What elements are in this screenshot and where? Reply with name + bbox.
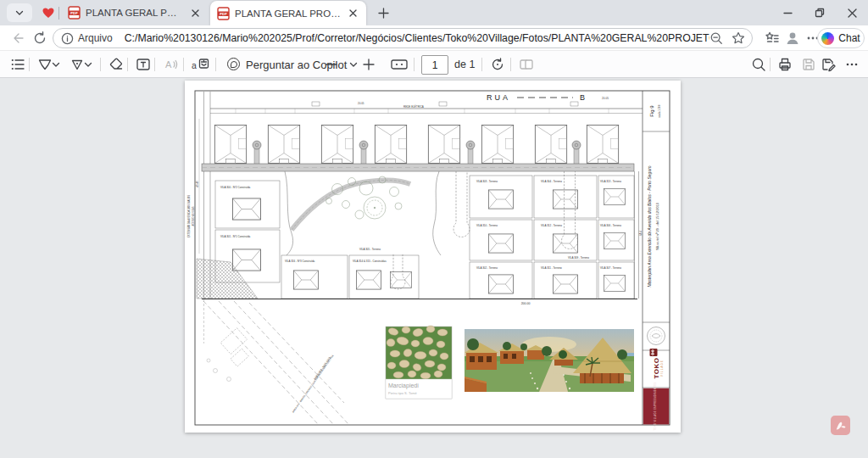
svg-text:PDF: PDF <box>70 11 78 15</box>
tab-search-button[interactable] <box>7 3 32 22</box>
street-title: RUA B 20.05 <box>487 93 609 102</box>
svg-text:VILLAGE: VILLAGE <box>660 360 664 377</box>
pdf-file-icon: PDF <box>68 6 81 20</box>
rotate-icon[interactable] <box>490 57 505 72</box>
site-plan-drawing: RUA B 20.05 REDE ELÉTRICA 20.05 <box>185 81 681 433</box>
svg-text:200.00: 200.00 <box>521 302 531 305</box>
svg-text:ÁREA Nº1 - BRASIL GROUND COM E: ÁREA Nº1 - BRASIL GROUND COM EMPREENDIME… <box>292 354 335 413</box>
svg-text:49.49: 49.49 <box>196 181 199 187</box>
main-road <box>202 164 634 171</box>
pinned-tab[interactable] <box>37 3 59 23</box>
copilot-logo-icon <box>227 58 240 70</box>
tab-close-icon[interactable] <box>188 6 202 20</box>
svg-text:VILA 312 - Terreno: VILA 312 - Terreno <box>541 224 562 227</box>
svg-text:20.05: 20.05 <box>358 102 364 105</box>
copilot-dropdown-icon[interactable] <box>349 57 358 72</box>
fit-to-width-icon[interactable] <box>390 57 409 72</box>
highlighter-icon[interactable] <box>37 57 53 72</box>
svg-text:VILA 303 - Terreno: VILA 303 - Terreno <box>476 180 498 183</box>
heart-favicon-icon <box>42 8 54 19</box>
title-block: Fig 9 scala 1:500 Masterplan Area Extens… <box>643 104 669 431</box>
copilot-chat-button[interactable]: Chat <box>817 28 865 48</box>
chevron-down-icon <box>14 8 25 18</box>
lot: VILA 304 - Terreno <box>534 176 597 218</box>
refresh-icon[interactable] <box>32 31 47 46</box>
stamp-seal <box>648 327 665 345</box>
zoom-out-button-icon[interactable] <box>324 57 339 72</box>
highlighter-dropdown-icon[interactable] <box>52 57 60 72</box>
pdf-page: RUA B 20.05 REDE ELÉTRICA 20.05 <box>185 81 681 433</box>
table-of-contents-icon[interactable] <box>10 57 25 72</box>
top-houses-row <box>214 125 618 165</box>
address-bar[interactable]: Arquivo C:/Mario%20130126/Mario%202025/P… <box>53 28 753 48</box>
lot: VILA 310 - Terreno <box>470 220 532 260</box>
print-icon[interactable] <box>777 57 793 72</box>
svg-text:ACESSO ÀS VILAS: ACESSO ÀS VILAS <box>192 206 195 226</box>
navigation-bar: Arquivo C:/Mario%20130126/Mario%202025/P… <box>0 25 868 51</box>
svg-text:VILA 300 - Nº2 Construída: VILA 300 - Nº2 Construída <box>220 186 251 189</box>
read-aloud-icon[interactable]: A <box>163 57 178 72</box>
left-road: EXTENSÃO DA AVENIDA DOS BIALOS ACESSO ÀS… <box>186 92 210 344</box>
lot: VILA 302 - Terreno <box>470 262 532 299</box>
search-document-icon[interactable] <box>751 57 766 72</box>
tab-bar: PDF PLANTA GERAL PROJETO.pdf PDF PLANTA … <box>0 0 868 25</box>
svg-text:VILA 311 - Terreno: VILA 311 - Terreno <box>541 266 562 270</box>
acrobat-extension-button[interactable] <box>831 416 850 435</box>
lot: VILA 307 - Terreno <box>598 262 634 299</box>
save-icon[interactable] <box>801 57 816 72</box>
window-controls <box>771 0 868 25</box>
tab-close-icon[interactable] <box>346 7 359 20</box>
tab-1[interactable]: PDF PLANTA GERAL PROJETO.pdf <box>61 0 209 25</box>
pen-dropdown-icon[interactable] <box>84 57 92 72</box>
collections-icon[interactable] <box>765 31 780 46</box>
copilot-icon <box>821 32 834 45</box>
tab-divider <box>58 7 59 20</box>
svg-text:RUA: RUA <box>487 93 510 102</box>
profile-avatar-icon[interactable] <box>785 31 800 46</box>
translate-icon[interactable]: a <box>192 57 210 72</box>
svg-text:VILA 307 - Terreno: VILA 307 - Terreno <box>600 266 621 270</box>
add-text-icon[interactable] <box>136 57 151 72</box>
pdf-toolbar: A a Perguntar ao Copilot 1 de 1 <box>0 51 868 78</box>
svg-text:VILA 314 & 315 - Construídas: VILA 314 & 315 - Construídas <box>353 260 387 263</box>
svg-text:B: B <box>580 93 585 102</box>
url-text: C:/Mario%20130126/Mario%202025/Prof/Corr… <box>125 32 709 44</box>
info-icon[interactable] <box>61 32 74 45</box>
page-number-input[interactable]: 1 <box>421 55 448 75</box>
maximize-button[interactable] <box>804 0 836 25</box>
page-view-icon[interactable] <box>519 57 534 72</box>
svg-text:VILA 302 - Terreno: VILA 302 - Terreno <box>476 266 498 270</box>
page-count-label: de 1 <box>454 59 475 70</box>
chat-label: Chat <box>838 32 860 44</box>
top-road: REDE ELÉTRICA 20.05 <box>210 102 643 114</box>
texture-sample-image: Marciapiedi Pietra tipo S. Tomé <box>386 326 452 399</box>
svg-text:Fig 9: Fig 9 <box>649 105 654 117</box>
eraser-icon[interactable] <box>108 57 124 72</box>
driveways <box>253 141 581 165</box>
svg-text:68.4: 68.4 <box>639 231 643 236</box>
brand-strip: TOKO VILLAGE EMPREENDIMENTOS <box>643 382 669 430</box>
favorite-star-icon[interactable] <box>732 31 745 45</box>
zoom-out-icon[interactable] <box>709 31 723 45</box>
lots-bottom-row: VILA 316 - Nº3 Construída VILA 314 & 315… <box>281 248 589 299</box>
lot: VILA 306 - Terreno <box>598 220 634 260</box>
svg-text:20.05: 20.05 <box>602 97 609 100</box>
svg-text:Masterplan Area Extensão da Av: Masterplan Area Extensão da Avenida dos … <box>647 165 652 287</box>
minimize-button[interactable] <box>771 0 804 25</box>
lots-grid: VILA 303 - Terreno VILA 304 - Terreno VI… <box>470 176 634 299</box>
pdf-canvas[interactable]: RUA B 20.05 REDE ELÉTRICA 20.05 <box>0 78 868 458</box>
save-as-icon[interactable] <box>821 57 836 72</box>
pen-icon[interactable] <box>70 57 85 72</box>
tab-title: PLANTA GERAL PROJETO.pdf <box>86 8 183 18</box>
svg-text:VILA 301 - Nº1 Construída: VILA 301 - Nº1 Construída <box>220 235 251 238</box>
toolbar-more-icon[interactable] <box>844 57 860 72</box>
diagonal-avenue: ÁREA Nº4 - NOT 1313 ÁREA Nº1 - BRASIL GR… <box>203 301 349 425</box>
tab-2-active[interactable]: PDF PLANTA GERAL PROJETO.pdf <box>210 1 366 25</box>
garden-area <box>285 171 441 255</box>
zoom-in-button-icon[interactable] <box>361 57 376 72</box>
url-scheme-label: Arquivo <box>78 32 113 44</box>
back-icon[interactable] <box>10 31 25 46</box>
new-tab-button[interactable] <box>373 4 393 21</box>
close-button[interactable] <box>836 0 868 25</box>
lot: VILA 312 - Terreno <box>534 220 597 260</box>
